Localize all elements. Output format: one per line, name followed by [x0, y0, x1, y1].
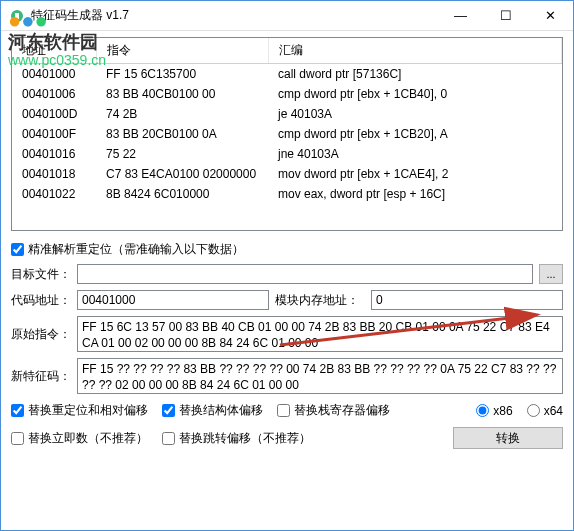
new-signature-label: 新特征码：: [11, 368, 71, 385]
app-icon: [9, 8, 25, 24]
table-cell: 8B 8424 6C010000: [96, 184, 268, 204]
replace-jump-offset-checkbox[interactable]: 替换跳转偏移（不推荐）: [162, 430, 311, 447]
table-cell: 83 BB 40CB0100 00: [96, 84, 268, 104]
module-address-label: 模块内存地址：: [275, 292, 365, 309]
close-button[interactable]: ✕: [528, 1, 573, 30]
code-address-input[interactable]: [77, 290, 269, 310]
table-cell: 0040100F: [12, 124, 96, 144]
original-instruction-textarea[interactable]: [77, 316, 563, 352]
replace-immediate-checkbox[interactable]: 替换立即数（不推荐）: [11, 430, 148, 447]
table-row[interactable]: 00401000FF 15 6C135700call dword ptr [57…: [12, 64, 562, 85]
table-cell: 00401000: [12, 64, 96, 85]
table-cell: cmp dword ptr [ebx + 1CB20], A: [268, 124, 562, 144]
arch-x86-radio[interactable]: x86: [476, 404, 512, 418]
col-instruction[interactable]: 指令: [96, 38, 268, 64]
table-cell: 00401022: [12, 184, 96, 204]
table-cell: 00401018: [12, 164, 96, 184]
maximize-button[interactable]: ☐: [483, 1, 528, 30]
target-file-label: 目标文件：: [11, 266, 71, 283]
table-row[interactable]: 0040100F83 BB 20CB0100 0Acmp dword ptr […: [12, 124, 562, 144]
minimize-button[interactable]: —: [438, 1, 483, 30]
table-cell: jne 40103A: [268, 144, 562, 164]
replace-struct-offset-checkbox[interactable]: 替换结构体偏移: [162, 402, 263, 419]
module-address-input[interactable]: [371, 290, 563, 310]
precise-reloc-checkbox[interactable]: 精准解析重定位（需准确输入以下数据）: [11, 241, 244, 258]
table-cell: 00401016: [12, 144, 96, 164]
arch-x64-radio[interactable]: x64: [527, 404, 563, 418]
browse-button[interactable]: ...: [539, 264, 563, 284]
convert-button[interactable]: 转换: [453, 427, 563, 449]
disassembly-table-container[interactable]: 地址 指令 汇编 00401000FF 15 6C135700call dwor…: [11, 37, 563, 231]
table-cell: je 40103A: [268, 104, 562, 124]
replace-reloc-rel-checkbox[interactable]: 替换重定位和相对偏移: [11, 402, 148, 419]
titlebar: 特征码生成器 v1.7 — ☐ ✕: [1, 1, 573, 31]
table-row[interactable]: 0040100D74 2Bje 40103A: [12, 104, 562, 124]
window-title: 特征码生成器 v1.7: [31, 7, 438, 24]
col-address[interactable]: 地址: [12, 38, 96, 64]
table-cell: mov dword ptr [ebx + 1CAE4], 2: [268, 164, 562, 184]
table-cell: 74 2B: [96, 104, 268, 124]
svg-rect-1: [15, 13, 19, 19]
table-cell: 0040100D: [12, 104, 96, 124]
table-row[interactable]: 00401018C7 83 E4CA0100 02000000mov dword…: [12, 164, 562, 184]
table-cell: 75 22: [96, 144, 268, 164]
table-cell: cmp dword ptr [ebx + 1CB40], 0: [268, 84, 562, 104]
code-address-label: 代码地址：: [11, 292, 71, 309]
table-cell: 00401006: [12, 84, 96, 104]
table-row[interactable]: 0040100683 BB 40CB0100 00cmp dword ptr […: [12, 84, 562, 104]
new-signature-textarea[interactable]: [77, 358, 563, 394]
table-cell: call dword ptr [57136C]: [268, 64, 562, 85]
table-cell: 83 BB 20CB0100 0A: [96, 124, 268, 144]
table-cell: FF 15 6C135700: [96, 64, 268, 85]
table-cell: mov eax, dword ptr [esp + 16C]: [268, 184, 562, 204]
original-instruction-label: 原始指令：: [11, 326, 71, 343]
disassembly-table: 地址 指令 汇编 00401000FF 15 6C135700call dwor…: [12, 38, 562, 204]
table-row[interactable]: 0040101675 22jne 40103A: [12, 144, 562, 164]
col-assembly[interactable]: 汇编: [268, 38, 562, 64]
table-cell: C7 83 E4CA0100 02000000: [96, 164, 268, 184]
target-file-input[interactable]: [77, 264, 533, 284]
table-row[interactable]: 004010228B 8424 6C010000mov eax, dword p…: [12, 184, 562, 204]
replace-stack-offset-checkbox[interactable]: 替换栈寄存器偏移: [277, 402, 390, 419]
